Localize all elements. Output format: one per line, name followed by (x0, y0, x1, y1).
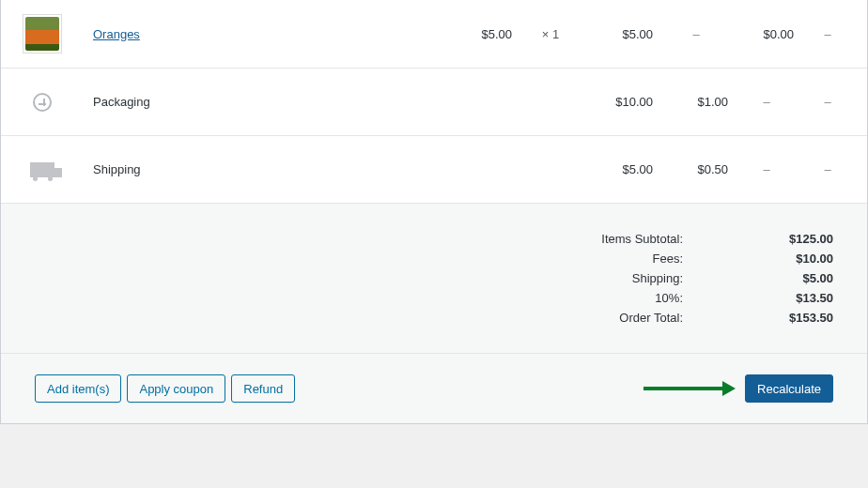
order-total-value: $153.50 (758, 311, 833, 325)
line-item-row: Oranges $5.00 × 1 $5.00 – $0.00 – (1, 0, 867, 68)
fee-name: Packaging (84, 95, 452, 109)
shipping-tax: $0.50 (659, 162, 734, 176)
net: $0.00 (734, 27, 799, 41)
recalculate-button[interactable]: Recalculate (745, 374, 833, 403)
fee-amount: $10.00 (583, 95, 659, 109)
unit-price: $5.00 (452, 27, 518, 41)
tax-value: $13.50 (758, 291, 833, 305)
shipping-label: Shipping: (632, 271, 683, 285)
dash: – (799, 95, 856, 109)
quantity: × 1 (518, 27, 583, 41)
dash: – (799, 162, 856, 176)
items-subtotal-value: $125.00 (758, 232, 833, 246)
arrow-icon (642, 379, 736, 398)
add-items-button[interactable]: Add item(s) (35, 374, 121, 403)
dash: – (734, 162, 799, 176)
items-subtotal-label: Items Subtotal: (601, 232, 683, 246)
order-items-panel: Oranges $5.00 × 1 $5.00 – $0.00 – Packag… (0, 0, 868, 424)
shipping-row: Shipping $5.00 $0.50 – – (1, 135, 867, 203)
svg-marker-1 (722, 381, 736, 396)
refund-button[interactable]: Refund (231, 374, 295, 403)
plus-icon (1, 93, 84, 112)
tail-dash: – (799, 27, 856, 41)
shipping-amount: $5.00 (583, 162, 659, 176)
dash: – (734, 95, 799, 109)
fees-label: Fees: (652, 252, 683, 266)
tax-label: 10%: (655, 291, 683, 305)
shipping-name: Shipping (84, 162, 452, 176)
order-total-label: Order Total: (619, 311, 683, 325)
product-thumbnail[interactable] (1, 14, 84, 53)
apply-coupon-button[interactable]: Apply coupon (127, 374, 225, 403)
product-link[interactable]: Oranges (93, 27, 140, 41)
discount: – (659, 27, 734, 41)
order-totals: Items Subtotal: $125.00 Fees: $10.00 Shi… (1, 203, 867, 353)
order-actions: Add item(s) Apply coupon Refund Recalcul… (1, 353, 867, 423)
shipping-value: $5.00 (758, 271, 833, 285)
fees-value: $10.00 (758, 252, 833, 266)
truck-icon (1, 162, 84, 177)
fee-row: Packaging $10.00 $1.00 – – (1, 68, 867, 135)
line-total: $5.00 (583, 27, 659, 41)
fee-tax: $1.00 (659, 95, 734, 109)
